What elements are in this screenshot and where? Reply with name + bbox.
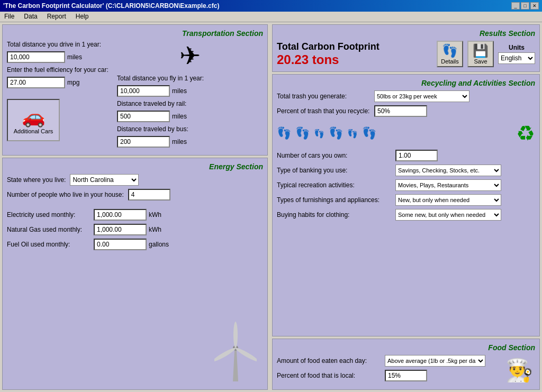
title-bar: 'The Carbon Footprint Calculator' (C:\CL… (0, 0, 542, 12)
transportation-section: Transportation Section Total distance yo… (2, 24, 268, 156)
details-icon: 👣 (442, 43, 458, 58)
fuel-unit: mpg (67, 79, 79, 86)
electricity-label: Electricity used monthly: (7, 211, 92, 218)
food-amount-select[interactable]: Above average (1lb or .5kg per da Averag… (385, 355, 485, 367)
cars-label: Number of cars you own: (277, 152, 393, 159)
rail-input-row: miles (117, 111, 263, 122)
recycle-row: Percent of trash that you recycle: (277, 105, 535, 117)
electricity-input[interactable] (94, 209, 147, 221)
menu-file[interactable]: File (2, 13, 16, 21)
recycle-label: Percent of trash that you recycle: (277, 107, 372, 115)
chef-icon: 👨‍🍳 (505, 358, 533, 382)
save-label: Save (474, 58, 487, 65)
drive-distance-row: Total distance you drive in 1 year: (7, 41, 113, 48)
drive-input[interactable] (7, 51, 65, 63)
additional-cars-button[interactable]: 🚗 Additional Cars (7, 99, 60, 141)
footprint-title: Total Carbon Footprint (277, 41, 428, 52)
foot5-icon: 👣 (347, 129, 358, 139)
maximize-button[interactable]: □ (521, 2, 529, 10)
footprint-unit: tons (312, 52, 339, 67)
rail-input[interactable] (117, 111, 170, 122)
state-label: State where you live: (7, 176, 66, 184)
details-label: Details (441, 58, 459, 65)
transport-section-title: Transportation Section (7, 29, 263, 38)
trash-select[interactable]: 50lbs or 23kg per week 25lbs or 11kg per… (374, 90, 469, 102)
footprint-icons: 👣 👣 👣 👣 👣 👣 ♻ (277, 121, 535, 145)
fuel-oil-label: Fuel Oil used monthly: (7, 241, 92, 248)
svg-point-2 (233, 322, 238, 348)
fly-label: Total distance you fly in 1 year: (117, 75, 204, 82)
footprint-value: 20.23 tons (277, 52, 428, 67)
natural-gas-unit: kWh (149, 226, 161, 233)
recreation-select[interactable]: Movies, Plays, Restaurants Outdoor activ… (395, 179, 501, 191)
units-area: Units English Metric (498, 44, 535, 64)
clothing-select[interactable]: Some new, but only when needed Mostly us… (395, 209, 501, 221)
main-content: Transportation Section Total distance yo… (0, 22, 542, 392)
svg-point-3 (234, 347, 257, 363)
fuel-input[interactable] (7, 77, 65, 88)
electricity-row: Electricity used monthly: kWh (7, 209, 263, 221)
household-input[interactable] (128, 189, 170, 200)
transport-left: Total distance you drive in 1 year: mile… (7, 41, 113, 151)
recreation-row: Typical recreation activities: Movies, P… (277, 179, 535, 191)
household-label: Number of people who live in your house: (7, 191, 124, 198)
banking-row: Type of banking you use: Savings, Checki… (277, 165, 535, 176)
food-local-input[interactable] (385, 370, 427, 381)
plane-icon: ✈ (179, 42, 201, 70)
bus-input-row: miles (117, 136, 263, 148)
state-select[interactable]: North Carolina Alabama Alaska Arizona Ca… (70, 174, 139, 186)
foot6-icon: 👣 (362, 126, 376, 140)
units-select[interactable]: English Metric (498, 52, 535, 64)
fuel-label: Enter the fuel efficiency for your car: (7, 66, 109, 74)
fuel-input-row: mpg (7, 77, 113, 88)
natural-gas-label: Natural Gas used monthly: (7, 226, 92, 233)
fuel-oil-input[interactable] (94, 239, 147, 250)
fly-input-row: miles (117, 85, 263, 97)
footprint-number: 20.23 (277, 52, 309, 67)
furnishings-select[interactable]: New, but only when needed Used when poss… (395, 194, 501, 206)
footprint-value-area: Total Carbon Footprint 20.23 tons (277, 41, 428, 67)
menu-bar: File Data Report Help (0, 12, 542, 22)
recycle-symbol: ♻ (516, 121, 535, 145)
drive-input-row: miles (7, 51, 113, 63)
footprint-area: Total Carbon Footprint 20.23 tons 👣 Deta… (277, 41, 535, 67)
save-button[interactable]: 💾 Save (467, 41, 494, 67)
drive-label: Total distance you drive in 1 year: (7, 41, 101, 48)
foot1-icon: 👣 (277, 126, 291, 140)
fuel-oil-unit: gallons (149, 241, 169, 248)
banking-select[interactable]: Savings, Checking, Stocks, etc. Checking… (395, 165, 501, 176)
foot4-icon: 👣 (329, 126, 343, 140)
trash-row: Total trash you generate: 50lbs or 23kg … (277, 90, 535, 102)
fly-input[interactable] (117, 85, 170, 97)
state-row: State where you live: North Carolina Ala… (7, 174, 263, 186)
clothing-row: Buying habits for clothing: Some new, bu… (277, 209, 535, 221)
bus-label-row: Distance traveled by bus: (117, 125, 263, 133)
recycle-input[interactable] (374, 105, 427, 117)
rail-unit: miles (172, 113, 187, 120)
details-button[interactable]: 👣 Details (437, 41, 463, 67)
menu-report[interactable]: Report (45, 13, 68, 21)
natural-gas-input[interactable] (94, 224, 147, 235)
cars-input[interactable] (395, 150, 438, 161)
results-section-title: Results Section (277, 29, 535, 38)
menu-data[interactable]: Data (22, 13, 39, 21)
window-controls: _ □ ✕ (511, 2, 539, 10)
trash-label: Total trash you generate: (277, 93, 372, 100)
menu-help[interactable]: Help (74, 13, 91, 21)
rail-label-row: Distance traveled by rail: (117, 100, 263, 107)
food-local-label: Percent of food that is local: (277, 372, 383, 379)
right-panel: Results Section Total Carbon Footprint 2… (270, 22, 542, 392)
bus-input[interactable] (117, 136, 170, 148)
close-button[interactable]: ✕ (530, 2, 539, 10)
units-label: Units (509, 44, 525, 51)
recreation-label: Typical recreation activities: (277, 181, 393, 189)
minimize-button[interactable]: _ (511, 2, 520, 10)
wind-turbine-icon (214, 319, 257, 384)
foot3-icon: 👣 (314, 129, 324, 139)
results-section: Results Section Total Carbon Footprint 2… (272, 24, 540, 72)
chef-area: 👨‍🍳 (503, 355, 535, 385)
natural-gas-row: Natural Gas used monthly: kWh (7, 224, 263, 235)
food-amount-row: Amount of food eaten each day: Above ave… (277, 355, 503, 367)
banking-label: Type of banking you use: (277, 167, 393, 174)
transport-right: ✈ Total distance you fly in 1 year: mile… (117, 41, 263, 151)
